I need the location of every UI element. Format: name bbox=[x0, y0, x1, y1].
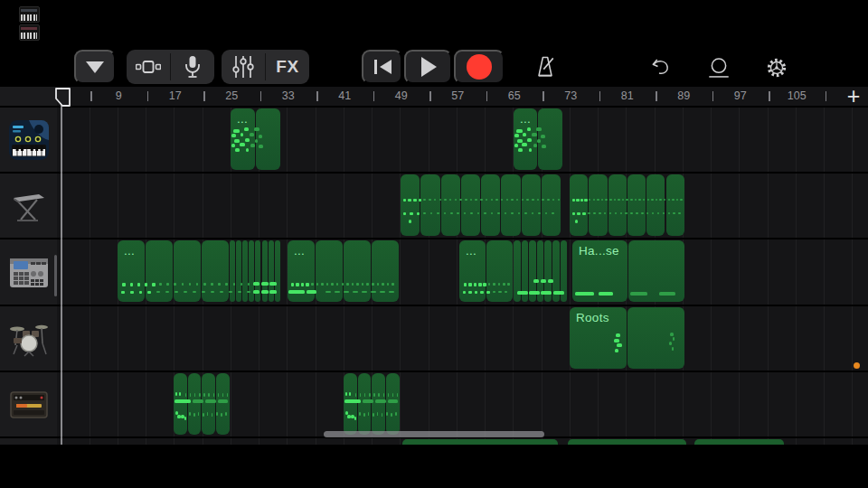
track-header-acoustic-drums[interactable] bbox=[0, 306, 57, 371]
grid-line bbox=[768, 107, 769, 445]
grid-line bbox=[711, 107, 712, 445]
midi-region[interactable]: ... bbox=[288, 240, 400, 302]
midi-note-dot bbox=[672, 199, 675, 202]
midi-note-dot bbox=[362, 283, 364, 286]
midi-region[interactable] bbox=[401, 174, 561, 236]
ruler-bar-number: 25 bbox=[216, 89, 247, 102]
metronome-button[interactable] bbox=[527, 50, 563, 84]
midi-note-dot bbox=[511, 212, 514, 215]
horizontal-scrollbar-thumb[interactable] bbox=[324, 431, 544, 437]
ruler-bar-number: 57 bbox=[442, 89, 473, 102]
add-track-button[interactable]: + bbox=[841, 83, 866, 108]
midi-note bbox=[288, 290, 304, 294]
midi-note-dot bbox=[413, 199, 417, 202]
midi-note bbox=[240, 143, 245, 146]
playhead-line bbox=[61, 89, 62, 445]
play-icon bbox=[420, 56, 438, 78]
midi-note bbox=[245, 138, 250, 142]
midi-note-dot bbox=[326, 283, 329, 286]
midi-note-dot bbox=[403, 199, 407, 202]
midi-note bbox=[517, 291, 528, 295]
region-loop-segment bbox=[216, 373, 230, 435]
midi-note-dot bbox=[377, 283, 380, 286]
midi-note bbox=[259, 145, 263, 148]
track-browser-button[interactable] bbox=[74, 50, 116, 84]
midi-region[interactable] bbox=[174, 373, 231, 435]
region-loop-segment bbox=[522, 174, 541, 236]
timeline-ruler[interactable]: 91725334149576573818997105 bbox=[0, 87, 868, 108]
playhead-marker[interactable] bbox=[54, 88, 72, 108]
region-loop-segment bbox=[441, 174, 460, 236]
midi-region-roots[interactable]: Roots bbox=[570, 307, 685, 369]
midi-note bbox=[363, 399, 374, 403]
midi-region[interactable]: ... bbox=[118, 240, 281, 302]
track-scroll-indicator bbox=[54, 255, 57, 296]
midi-note-dot bbox=[486, 291, 490, 295]
region-loop-segment bbox=[202, 373, 215, 435]
midi-note bbox=[231, 134, 236, 137]
midi-note-dot bbox=[296, 283, 299, 286]
midi-note bbox=[575, 220, 578, 223]
midi-note bbox=[532, 133, 537, 136]
midi-note bbox=[244, 127, 248, 131]
midi-note-dot bbox=[597, 199, 599, 202]
midi-note bbox=[395, 412, 396, 416]
grid-line bbox=[796, 107, 797, 445]
midi-region[interactable]: ... bbox=[231, 108, 281, 170]
loop-browser-button[interactable] bbox=[702, 51, 736, 85]
ruler-bar-number: 49 bbox=[386, 89, 417, 102]
ruler-bar-number: 41 bbox=[329, 89, 360, 102]
midi-note-dot bbox=[301, 283, 305, 286]
midi-note bbox=[250, 144, 254, 147]
region-loop-segment bbox=[589, 174, 607, 236]
midi-note bbox=[523, 133, 525, 136]
settings-button[interactable] bbox=[760, 51, 794, 85]
midi-note-dot bbox=[552, 212, 554, 215]
midi-note-dot bbox=[630, 212, 633, 215]
midi-region-hase[interactable]: Ha...se bbox=[572, 240, 685, 302]
midi-note-dot bbox=[526, 199, 529, 202]
midi-note-dot bbox=[182, 283, 184, 286]
midi-note bbox=[615, 349, 618, 352]
midi-region[interactable]: ... bbox=[459, 240, 568, 302]
midi-region[interactable]: ... bbox=[514, 108, 563, 170]
letterbox-bottom bbox=[0, 445, 868, 488]
ruler-tick bbox=[260, 91, 262, 101]
metronome-icon bbox=[533, 53, 558, 80]
midi-note-dot bbox=[218, 283, 221, 286]
midi-note bbox=[553, 291, 564, 295]
keyboard-stand-icon bbox=[8, 185, 50, 227]
corner-piano-thumbnail-1 bbox=[19, 6, 40, 23]
ruler-tick bbox=[90, 91, 92, 101]
track-header-smart-piano[interactable] bbox=[0, 108, 57, 172]
track-header-amp[interactable] bbox=[0, 372, 57, 436]
midi-note bbox=[409, 220, 411, 223]
play-button[interactable] bbox=[404, 50, 452, 84]
track-header-keyboard[interactable] bbox=[0, 174, 57, 238]
midi-region[interactable] bbox=[344, 373, 401, 435]
midi-note bbox=[672, 347, 675, 351]
midi-note bbox=[364, 393, 365, 397]
midi-note-dot bbox=[498, 283, 501, 286]
ruler-tick bbox=[656, 91, 657, 101]
midi-note-dot bbox=[577, 212, 580, 216]
midi-note-dot bbox=[152, 283, 156, 286]
record-button[interactable] bbox=[454, 50, 505, 84]
midi-note-dot bbox=[241, 283, 243, 286]
rewind-button[interactable] bbox=[362, 50, 402, 84]
midi-note-dot bbox=[484, 212, 486, 215]
ruler-tick bbox=[147, 91, 149, 101]
regions-view-button[interactable] bbox=[127, 50, 170, 84]
undo-button[interactable] bbox=[646, 52, 678, 83]
midi-note bbox=[514, 144, 518, 147]
ruler-tick bbox=[373, 91, 375, 101]
midi-region[interactable] bbox=[570, 174, 685, 236]
track-header-beat-sequencer[interactable] bbox=[0, 240, 57, 305]
microphone-button[interactable] bbox=[171, 50, 214, 84]
track-controls-button[interactable] bbox=[222, 50, 265, 84]
midi-note bbox=[347, 415, 350, 418]
midi-note-dot bbox=[417, 212, 420, 216]
corner-piano-thumbnail-2 bbox=[19, 24, 40, 41]
midi-note-dot bbox=[593, 212, 596, 215]
fx-button[interactable]: FX bbox=[266, 50, 309, 84]
